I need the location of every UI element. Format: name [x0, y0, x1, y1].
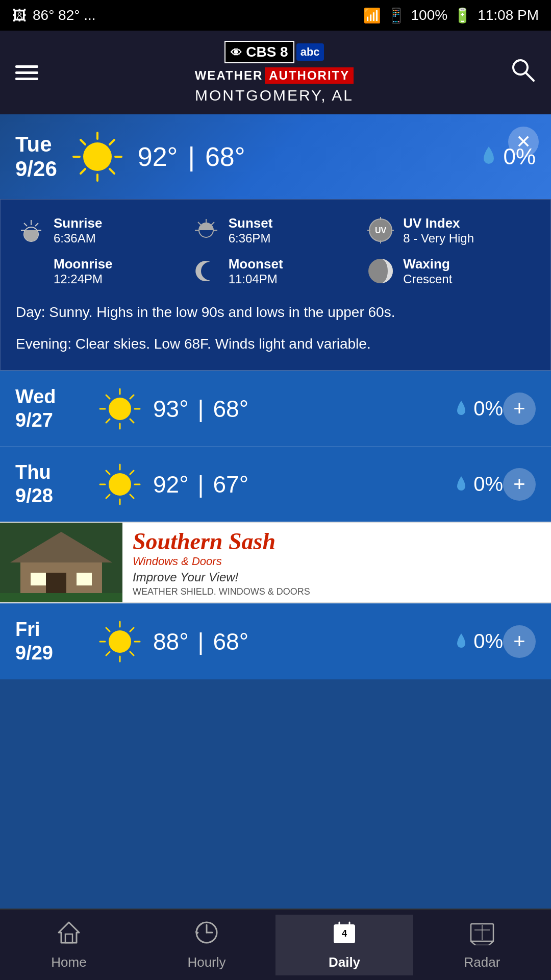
svg-line-9: [110, 140, 114, 144]
logo-badge: 👁 CBS 8 abc: [224, 41, 323, 63]
ad-image: [0, 522, 122, 603]
svg-line-10: [81, 169, 85, 174]
forecast-day-label: Wed 9/27: [15, 385, 97, 432]
svg-line-24: [211, 222, 214, 225]
menu-button[interactable]: [15, 65, 38, 80]
radar-icon: [469, 920, 495, 950]
ad-brand: WEATHER SHIELD. WINDOWS & DOORS: [133, 586, 541, 597]
header-logo: 👁 CBS 8 abc WEATHER AUTHORITY MONTGOMERY…: [38, 41, 510, 104]
forecast-temps: 92° | 67°: [153, 471, 444, 498]
status-temp: 86° 82° ...: [33, 7, 96, 23]
moonrise-icon: [16, 256, 46, 286]
day-description: Day: Sunny. Highs in the low 90s and low…: [16, 302, 535, 323]
moon-phase-item: Waxing Crescent: [365, 256, 535, 286]
moonset-icon: [191, 256, 221, 286]
forecast-sun-icon: [97, 461, 143, 507]
uv-text: UV Index 8 - Very High: [403, 215, 474, 246]
svg-line-40: [130, 419, 134, 423]
moonset-item: Moonset 11:04PM: [191, 256, 361, 286]
search-button[interactable]: [510, 57, 536, 88]
sunrise-item: Sunrise 6:36AM: [16, 215, 186, 246]
svg-line-50: [130, 471, 134, 474]
radar-label: Radar: [464, 954, 500, 970]
forecast-low: 67°: [213, 471, 249, 498]
daily-icon: 4: [332, 920, 357, 950]
status-bar: 🖼 86° 82° ... 📶 📱 100% 🔋 11:08 PM: [0, 0, 551, 31]
svg-rect-69: [65, 934, 72, 943]
moonset-text: Moonset 11:04PM: [229, 256, 283, 286]
hourly-icon: [194, 920, 219, 950]
expand-button[interactable]: +: [503, 393, 536, 425]
forecast-row-thu[interactable]: Thu 9/28 92° | 67°: [0, 446, 551, 522]
svg-point-43: [109, 473, 131, 496]
svg-line-41: [130, 395, 134, 399]
sunrise-icon: [16, 215, 46, 246]
svg-rect-56: [31, 573, 46, 585]
svg-point-34: [109, 398, 131, 420]
expand-button[interactable]: +: [503, 468, 536, 501]
forecast-high: 93°: [153, 395, 189, 423]
nav-home[interactable]: Home: [0, 915, 138, 975]
svg-line-7: [81, 140, 85, 144]
high-temp: 92°: [138, 141, 178, 172]
svg-point-2: [83, 142, 112, 171]
current-day-banner: Tue 9/26 92° | 68°: [0, 114, 551, 199]
forecast-list: Wed 9/27 93° | 68°: [0, 371, 551, 522]
forecast-low: 68°: [213, 395, 249, 423]
drop-icon: [454, 475, 468, 494]
nav-daily[interactable]: 4 Daily: [276, 915, 413, 975]
cbs8-logo: 👁 CBS 8: [224, 41, 294, 63]
svg-line-23: [198, 222, 201, 225]
low-temp: 68°: [205, 141, 245, 172]
precip-pct: 0%: [473, 630, 503, 653]
drop-icon: [480, 145, 498, 168]
svg-line-39: [106, 395, 110, 399]
app-header: 👁 CBS 8 abc WEATHER AUTHORITY MONTGOMERY…: [0, 31, 551, 114]
nav-radar[interactable]: Radar: [413, 915, 551, 975]
moonrise-text: Moonrise 12:24PM: [54, 256, 113, 286]
svg-line-51: [106, 495, 110, 498]
bottom-nav: Home Hourly 4 Daily: [0, 909, 551, 980]
home-label: Home: [51, 954, 86, 970]
sunrise-text: Sunrise 6:36AM: [54, 215, 102, 246]
svg-line-49: [130, 495, 134, 498]
svg-rect-57: [77, 573, 92, 585]
forecast-high: 88°: [153, 628, 189, 655]
detail-grid: Sunrise 6:36AM Sunset 6:: [16, 215, 535, 286]
forecast-low: 68°: [213, 628, 249, 655]
daily-label: Daily: [329, 954, 360, 970]
hourly-label: Hourly: [187, 954, 226, 970]
forecast-precip: 0%: [454, 473, 503, 496]
location-header: MONTGOMERY, AL: [195, 87, 354, 104]
gallery-icon: 🖼: [12, 7, 27, 24]
forecast-precip: 0%: [454, 397, 503, 420]
uv-item: UV UV Index 8 - Very High: [365, 215, 535, 246]
svg-rect-58: [0, 593, 122, 603]
temps-row: 92° | 68°: [138, 141, 458, 172]
forecast-temps: 93° | 68°: [153, 395, 444, 423]
close-detail-button[interactable]: ✕: [508, 127, 539, 157]
svg-text:4: 4: [342, 928, 347, 939]
detail-panel: Sunrise 6:36AM Sunset 6:: [0, 199, 551, 371]
svg-text:UV: UV: [375, 226, 387, 235]
forecast-row-fri[interactable]: Fri 9/29 88° | 68° 0%: [0, 603, 551, 679]
forecast-sun-icon: [97, 619, 143, 665]
expand-button[interactable]: +: [503, 625, 536, 658]
forecast-row-wed[interactable]: Wed 9/27 93° | 68°: [0, 371, 551, 446]
svg-line-15: [24, 223, 27, 226]
moon-phase-text: Waxing Crescent: [403, 256, 452, 286]
nav-hourly[interactable]: Hourly: [138, 915, 276, 975]
svg-line-67: [106, 652, 110, 655]
ad-banner[interactable]: Southern Sash Windows & Doors Improve Yo…: [0, 522, 551, 603]
ad-content: Southern Sash Windows & Doors Improve Yo…: [122, 523, 551, 602]
battery-pct: 100%: [411, 7, 448, 23]
forecast-temps: 88° | 68°: [153, 628, 444, 655]
drop-icon: [454, 400, 468, 418]
drop-icon: [454, 632, 468, 651]
content-area: Tue 9/26 92° | 68°: [0, 114, 551, 751]
moon-phase-icon: [365, 256, 396, 286]
ad-title: Southern Sash: [133, 528, 541, 555]
svg-line-42: [106, 419, 110, 423]
status-left: 🖼 86° 82° ...: [12, 7, 96, 24]
forecast-day-label: Fri 9/29: [15, 618, 97, 665]
